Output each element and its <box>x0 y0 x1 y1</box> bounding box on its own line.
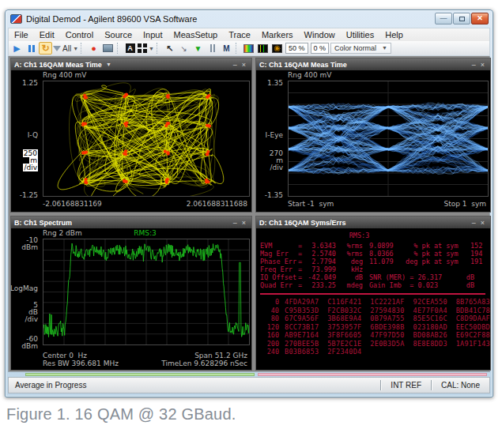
panel-c-title: C: Ch1 16QAM Meas Time <box>259 61 347 69</box>
recording-icon <box>103 44 113 52</box>
average-percent-field[interactable]: 50 % <box>285 43 308 54</box>
panel-d-close-icon[interactable]: × <box>478 219 487 227</box>
menu-item[interactable]: Edit <box>34 28 60 42</box>
marker-button[interactable]: M <box>220 42 233 55</box>
range-label[interactable]: Rng 400 mV <box>288 71 332 79</box>
spectrum-svg <box>43 239 249 344</box>
chevron-down-icon: ▼ <box>73 46 78 51</box>
panel-a-header[interactable]: A: Ch1 16QAM Meas Time ▼ – × <box>11 58 251 70</box>
spectrogram-button[interactable] <box>242 42 255 55</box>
trace-display-button[interactable] <box>256 42 270 55</box>
symbol-row: 40C95B353D F2CB032C 27594830 4E77F0A4 BD… <box>260 307 490 315</box>
app-icon <box>10 14 22 24</box>
panel-b-spectrum: B: Ch1 Spectrum – × Rng 2 dBm RMS:3 -10d… <box>10 216 252 371</box>
restart-icon: ↻ <box>41 43 49 54</box>
record-icon: ● <box>91 43 96 53</box>
menu-item[interactable]: Trace <box>223 28 256 42</box>
error-row: EVM=3.6343%rms9.0899 % pk at sym 152 <box>260 242 490 250</box>
band-markers-button[interactable] <box>206 42 219 55</box>
auto-scale-button[interactable]: A <box>123 42 137 55</box>
pause-button[interactable] <box>25 42 38 55</box>
cumulative-display-icon <box>272 44 282 53</box>
move-marker-button[interactable]: ↘ <box>177 42 191 55</box>
panel-c-close-icon[interactable]: × <box>478 61 487 69</box>
center-frequency-label[interactable]: Center 0 Hz <box>43 352 87 360</box>
autoscale-icon: A <box>126 43 135 53</box>
recall-button[interactable] <box>101 42 115 55</box>
restart-button[interactable]: ↻ <box>39 42 52 55</box>
menu-item[interactable]: File <box>9 28 34 42</box>
symbol-row: 04FDA29A7 C116F421 1C2221AF 92CEA550 8B7… <box>260 298 490 307</box>
symbol-row: 160AB9E7164 3F8F6605 47F97D50 BD08AB26 E… <box>260 331 490 340</box>
symbol-row: 1208CC73B17 3753957F 6BDE398B 023180AD E… <box>260 323 490 332</box>
chevron-down-icon: ▼ <box>382 43 387 53</box>
window-title: Digital Demod - Agilent 89600 VSA Softwa… <box>26 14 197 24</box>
color-mode-dropdown[interactable]: Color Normal ▼ <box>330 43 391 54</box>
spectrum-plot[interactable] <box>43 239 250 345</box>
rms-detector-label: RMS:3 <box>43 229 247 237</box>
pause-icon <box>28 45 35 52</box>
panel-c-minimize-icon[interactable]: – <box>470 61 478 69</box>
menu-item[interactable]: Help <box>379 28 409 42</box>
peak-search-button[interactable]: ▼ <box>191 42 205 55</box>
panel-d-title: D: Ch1 16QAM Syms/Errs <box>259 219 346 227</box>
reference-status: INT REF <box>381 381 431 390</box>
maximize-button[interactable] <box>453 13 470 24</box>
panel-b-header[interactable]: B: Ch1 Spectrum – × <box>11 216 251 228</box>
color-mode-value: Color Normal <box>334 43 376 53</box>
overlap-percent-field[interactable]: 0 % <box>311 43 330 54</box>
spectrogram-icon <box>243 44 254 53</box>
table-divider <box>260 293 485 295</box>
error-row: IQ Offset=-42.049dBSNR (MER) = 26.317 dB <box>260 273 490 281</box>
measurement-filter-dropdown[interactable]: All ▼ <box>53 42 78 55</box>
maximize-icon <box>459 17 465 21</box>
span-label[interactable]: Span 51.2 GHz <box>194 352 247 360</box>
play-icon: ▶ <box>13 43 20 54</box>
y-scale-field[interactable]: 270 m /div <box>270 150 283 171</box>
y-axis-bottom-value: -60dBm <box>21 336 38 350</box>
panel-a-close-icon[interactable]: × <box>240 61 248 69</box>
menu-item[interactable]: MeasSetup <box>168 28 224 42</box>
status-bar: Average in Progress INT REF CAL: None <box>8 377 490 393</box>
close-button[interactable]: ✕ <box>471 13 489 24</box>
menu-item[interactable]: Markers <box>256 28 299 42</box>
panel-d-minimize-icon[interactable]: – <box>470 219 478 227</box>
menu-item[interactable]: Source <box>99 28 138 42</box>
menu-item[interactable]: Utilities <box>341 28 379 42</box>
figure-caption: Figure 1. 16 QAM @ 32 GBaud. <box>6 405 236 424</box>
y-scale-field[interactable]: 250 m /div <box>23 150 38 171</box>
range-label[interactable]: Rng 400 mV <box>43 71 87 79</box>
y-scale-field[interactable]: 5 dB /div <box>25 302 38 323</box>
symbol-row: 8067C9A56F 3B68E9A4 0B79A755 85E5C16C C8… <box>260 314 490 323</box>
play-button[interactable]: ▶ <box>10 42 24 55</box>
trace-display-icon <box>258 44 268 53</box>
select-tool-button[interactable]: ↖ <box>163 42 176 55</box>
toolbar-separator <box>157 43 160 54</box>
eye-svg <box>289 81 488 196</box>
peak-triangle-icon: ▼ <box>194 44 202 53</box>
menu-item[interactable]: Input <box>138 28 168 42</box>
minimize-button[interactable]: — <box>435 13 452 24</box>
res-bw-label: Res BW 396.681 MHz <box>43 360 119 367</box>
toolbar-separator <box>117 43 121 54</box>
panel-b-minimize-icon[interactable]: – <box>231 219 240 227</box>
panel-a-dropdown-icon[interactable]: ▼ <box>106 62 111 67</box>
panel-d-header[interactable]: D: Ch1 16QAM Syms/Errs – × <box>256 216 490 228</box>
menu-item[interactable]: Window <box>299 28 341 42</box>
filter-label: All <box>62 44 71 53</box>
cumulative-display-button[interactable] <box>270 42 284 55</box>
title-bar[interactable]: Digital Demod - Agilent 89600 VSA Softwa… <box>8 10 490 28</box>
menu-item[interactable]: Control <box>60 28 99 42</box>
record-button[interactable]: ● <box>87 42 100 55</box>
eye-plot[interactable] <box>288 81 489 197</box>
panel-a-minimize-icon[interactable]: – <box>231 61 240 69</box>
x-axis-left-value: -2.06168831169 <box>43 200 102 208</box>
filter-icon <box>53 46 61 51</box>
panel-b-close-icon[interactable]: × <box>240 219 248 227</box>
green-trace-strip <box>25 373 255 376</box>
panel-a-title: A: Ch1 16QAM Meas Time <box>14 61 102 69</box>
x-axis-right-value: 2.061688311688 <box>187 200 247 208</box>
constellation-plot[interactable] <box>43 81 250 197</box>
panel-c-header[interactable]: C: Ch1 16QAM Meas Time – × <box>256 58 490 70</box>
layout-dropdown[interactable]: ▼ <box>138 42 154 55</box>
